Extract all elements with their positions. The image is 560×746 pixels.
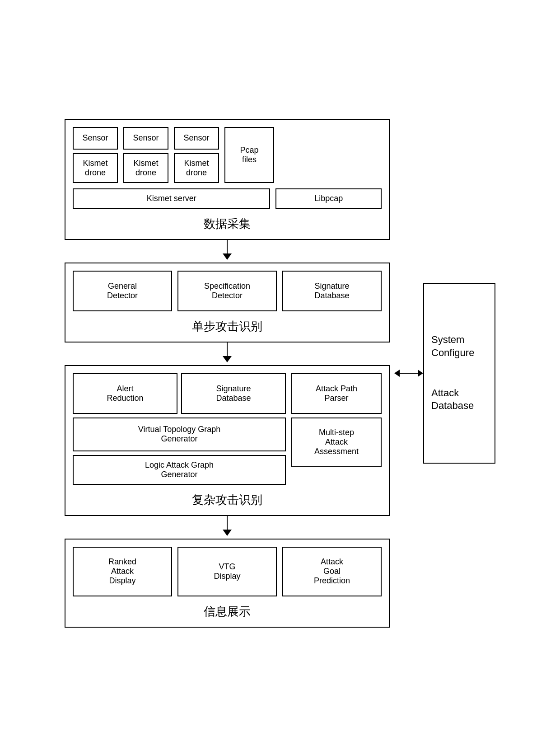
right-panel-box: System Configure Attack Database	[423, 283, 495, 464]
info-display-section: Ranked Attack Display VTG Display Attack…	[65, 539, 390, 628]
arrow-shaft	[400, 373, 418, 374]
single-step-label: 单步攻击识别	[192, 319, 262, 334]
server-libpcap-row: Kismet server Libpcap	[73, 188, 382, 209]
kismet-server: Kismet server	[73, 188, 270, 209]
arrow-2	[223, 343, 232, 365]
sig-database-2: Signature Database	[181, 373, 286, 414]
sensor-2: Sensor	[123, 127, 168, 150]
double-arrow	[394, 370, 423, 377]
complex-right: Attack Path Parser Multi-step Attack Ass…	[291, 373, 382, 485]
libpcap: Libpcap	[275, 188, 382, 209]
attack-path-parser: Attack Path Parser	[291, 373, 382, 414]
main-column: Sensor Sensor Sensor Kismet drone Kismet…	[65, 119, 390, 628]
attack-goal-prediction: Attack Goal Prediction	[282, 547, 382, 596]
info-display-label: 信息展示	[204, 604, 251, 619]
sensor-1: Sensor	[73, 127, 118, 150]
arrow-3	[223, 516, 232, 539]
multistep-assessment: Multi-step Attack Assessment	[291, 418, 382, 467]
arrow-head-2	[223, 356, 232, 362]
data-collection-section: Sensor Sensor Sensor Kismet drone Kismet…	[65, 119, 390, 240]
arrow-line-2	[227, 343, 228, 356]
arrowhead-right	[418, 370, 423, 377]
vtg-display: VTG Display	[177, 547, 277, 596]
drone-1: Kismet drone	[73, 153, 118, 183]
arrow-1	[223, 240, 232, 263]
spec-detector: Specification Detector	[177, 271, 277, 311]
data-collection-label: 数据采集	[204, 216, 251, 232]
complex-left: Alert Reduction Signature Database Virtu…	[73, 373, 286, 485]
vtg-generator: Virtual Topology Graph Generator	[73, 418, 286, 451]
arrowhead-left	[394, 370, 400, 377]
arrow-line-3	[227, 516, 228, 530]
info-row: Ranked Attack Display VTG Display Attack…	[73, 547, 382, 596]
complex-attack-label: 复杂攻击识别	[192, 492, 262, 508]
sensor-row: Sensor Sensor Sensor	[73, 127, 219, 150]
general-detector: General Detector	[73, 271, 172, 311]
arrow-head-1	[223, 253, 232, 260]
drone-2: Kismet drone	[123, 153, 168, 183]
complex-cols: Alert Reduction Signature Database Virtu…	[73, 373, 382, 485]
single-step-row: General Detector Specification Detector …	[73, 271, 382, 311]
main-wrapper: Sensor Sensor Sensor Kismet drone Kismet…	[65, 119, 495, 628]
complex-left-top: Alert Reduction Signature Database	[73, 373, 286, 414]
complex-attack-section: Alert Reduction Signature Database Virtu…	[65, 365, 390, 516]
pcap-files: Pcap files	[224, 127, 274, 183]
sensor-pcap-row: Sensor Sensor Sensor Kismet drone Kismet…	[73, 127, 382, 183]
drone-3: Kismet drone	[174, 153, 219, 183]
arrow-head-3	[223, 530, 232, 536]
sig-database-1: Signature Database	[282, 271, 382, 311]
page-container: Sensor Sensor Sensor Kismet drone Kismet…	[9, 110, 551, 637]
drone-row: Kismet drone Kismet drone Kismet drone	[73, 153, 219, 183]
arrow-line-1	[227, 240, 228, 253]
ranked-attack-display: Ranked Attack Display	[73, 547, 172, 596]
sensor-3: Sensor	[174, 127, 219, 150]
sensor-drone-group: Sensor Sensor Sensor Kismet drone Kismet…	[73, 127, 219, 183]
system-configure-label: System Configure	[431, 333, 474, 359]
lag-generator: Logic Attack Graph Generator	[73, 455, 286, 485]
attack-database-label: Attack Database	[431, 387, 474, 413]
single-step-section: General Detector Specification Detector …	[65, 263, 390, 343]
right-side-group: System Configure Attack Database	[394, 283, 495, 464]
alert-reduction: Alert Reduction	[73, 373, 177, 414]
